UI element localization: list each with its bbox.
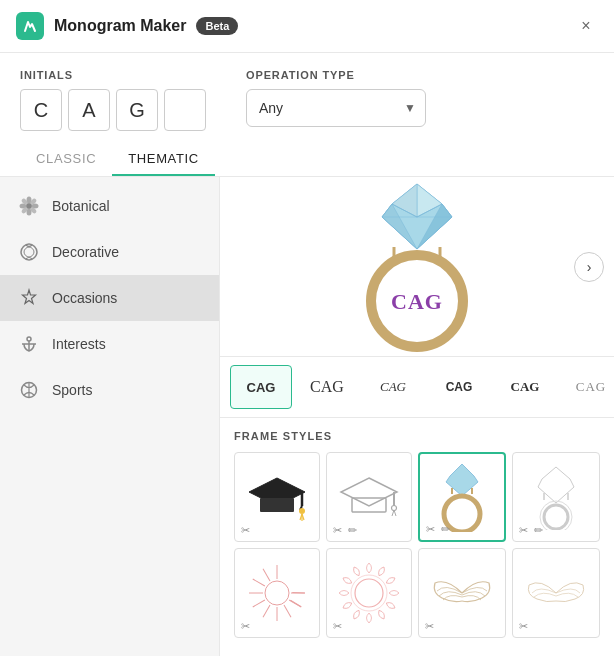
svg-point-34 (299, 508, 305, 514)
svg-point-65 (265, 581, 289, 605)
svg-marker-38 (341, 478, 397, 506)
close-button[interactable]: × (574, 14, 598, 38)
svg-line-63 (252, 579, 264, 586)
app-icon (16, 12, 44, 40)
sidebar-label-occasions: Occasions (52, 290, 117, 306)
angel-wings-icon (427, 563, 497, 623)
edit-icon-2[interactable]: ✏ (348, 524, 357, 537)
svg-point-10 (27, 337, 31, 341)
sidebar: Botanical Decorative Occasions (0, 177, 220, 656)
scissors-icon-7[interactable]: ✂ (425, 620, 434, 633)
sidebar-label-botanical: Botanical (52, 198, 110, 214)
app-title: Monogram Maker (54, 17, 186, 35)
frame-item-5[interactable]: ✂ (234, 548, 320, 638)
ring-outline-icon (526, 465, 586, 530)
frame-item-4[interactable]: ✂ ✏ (512, 452, 600, 542)
style-label-2: CAG (310, 378, 344, 396)
scissors-icon-3[interactable]: ✂ (426, 523, 435, 536)
svg-point-2 (27, 209, 32, 216)
style-label-6: CAG (576, 379, 606, 395)
svg-point-4 (32, 204, 39, 209)
svg-point-51 (544, 505, 568, 529)
svg-line-60 (263, 605, 270, 617)
scissors-icon-5[interactable]: ✂ (241, 620, 250, 633)
style-item-2[interactable]: CAG (296, 365, 358, 409)
sidebar-label-decorative: Decorative (52, 244, 119, 260)
scissors-icon-6[interactable]: ✂ (333, 620, 342, 633)
sidebar-item-occasions[interactable]: Occasions (0, 275, 219, 321)
svg-text:CAG: CAG (391, 289, 443, 314)
sidebar-item-interests[interactable]: Interests (0, 321, 219, 367)
svg-line-58 (284, 605, 291, 617)
initial-box-3[interactable] (116, 89, 158, 131)
initials-label: INITIALS (20, 69, 206, 81)
scissors-icon-1[interactable]: ✂ (241, 524, 250, 537)
frame-item-8[interactable]: ✂ (512, 548, 600, 638)
initial-box-4[interactable] (164, 89, 206, 131)
edit-icon-4[interactable]: ✏ (534, 524, 543, 537)
mortarboard-outline-icon (337, 470, 402, 525)
frame-item-2[interactable]: ✂ ✏ (326, 452, 412, 542)
svg-rect-31 (260, 498, 294, 512)
form-area: INITIALS OPERATION TYPE Any Embroidery E… (0, 53, 614, 143)
svg-point-66 (355, 579, 383, 607)
scissors-icon-8[interactable]: ✂ (519, 620, 528, 633)
initial-box-1[interactable] (20, 89, 62, 131)
sidebar-label-interests: Interests (52, 336, 106, 352)
operation-type-select[interactable]: Any Embroidery Engraving Printing (246, 89, 426, 127)
main-content: Botanical Decorative Occasions (0, 177, 614, 656)
operation-type-field: OPERATION TYPE Any Embroidery Engraving … (246, 69, 594, 127)
style-item-5[interactable]: CAG (494, 365, 556, 409)
frame-item-7[interactable]: ✂ (418, 548, 506, 638)
scissors-icon-2[interactable]: ✂ (333, 524, 342, 537)
decorative-icon (18, 241, 40, 263)
next-arrow-button[interactable]: › (574, 252, 604, 282)
anchor-icon (18, 333, 40, 355)
style-item-6[interactable]: CAG (560, 365, 614, 409)
wings-outline-icon (521, 563, 591, 623)
frame-styles-title: FRAME STYLES (234, 430, 600, 442)
initials-field: INITIALS (20, 69, 206, 131)
style-strip: CAG CAG CAG CAG CAG CAG (220, 357, 614, 418)
tab-classic[interactable]: CLASSIC (20, 143, 112, 176)
circle-burst-icon (337, 561, 402, 626)
style-label-4: CAG (446, 380, 473, 394)
style-label-1: CAG (247, 380, 276, 395)
sidebar-label-sports: Sports (52, 382, 92, 398)
frame-item-1[interactable]: ✂ (234, 452, 320, 542)
main-preview: CAG › (220, 177, 614, 357)
tab-thematic[interactable]: THEMATIC (112, 143, 215, 176)
svg-marker-9 (23, 290, 36, 304)
header: Monogram Maker Beta × (0, 0, 614, 53)
initial-box-2[interactable] (68, 89, 110, 131)
occasions-icon (18, 287, 40, 309)
tabs-bar: CLASSIC THEMATIC (0, 143, 614, 177)
sidebar-item-botanical[interactable]: Botanical (0, 183, 219, 229)
operation-type-label: OPERATION TYPE (246, 69, 594, 81)
svg-point-0 (26, 203, 32, 209)
beta-badge: Beta (196, 17, 238, 35)
style-label-5: CAG (511, 379, 540, 395)
style-item-3[interactable]: CAG (362, 365, 424, 409)
svg-point-41 (391, 505, 396, 510)
flower-icon (18, 195, 40, 217)
preview-area: CAG › CAG CAG CAG CAG CAG CAG (220, 177, 614, 656)
sidebar-item-decorative[interactable]: Decorative (0, 229, 219, 275)
style-item-4[interactable]: CAG (428, 365, 490, 409)
mortarboard-filled-icon (245, 470, 310, 525)
svg-point-1 (27, 197, 32, 204)
header-left: Monogram Maker Beta (16, 12, 238, 40)
frame-styles-section: FRAME STYLES (220, 418, 614, 650)
sidebar-item-sports[interactable]: Sports (0, 367, 219, 413)
initials-boxes (20, 89, 206, 131)
edit-icon-3[interactable]: ✏ (441, 523, 450, 536)
scissors-icon-4[interactable]: ✂ (519, 524, 528, 537)
style-item-1[interactable]: CAG (230, 365, 292, 409)
frame-item-3[interactable]: ✂ ✏ (418, 452, 506, 542)
sunburst-outline-icon (245, 561, 310, 626)
svg-marker-44 (446, 464, 478, 496)
frame-item-6[interactable]: ✂ (326, 548, 412, 638)
svg-line-64 (263, 568, 270, 580)
svg-point-67 (351, 575, 387, 611)
sports-icon (18, 379, 40, 401)
